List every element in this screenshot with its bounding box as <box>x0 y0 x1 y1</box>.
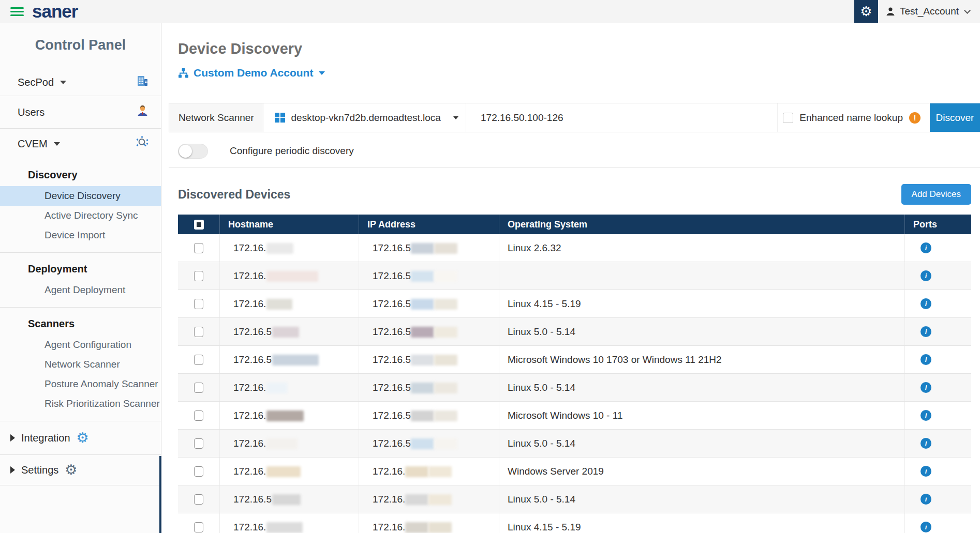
periodic-discovery-label: Configure periodic discovery <box>230 145 354 157</box>
ports-info-icon[interactable]: i <box>920 270 931 281</box>
scanner-select-dropdown[interactable]: desktop-vkn7d2b.demoadtest.local (... <box>263 103 466 132</box>
discover-button[interactable]: Discover <box>930 103 980 132</box>
hostname-value: 172.16. <box>233 382 266 393</box>
sidebar-item-agent-configuration[interactable]: Agent Configuration <box>0 335 161 355</box>
sidebar-item-settings[interactable]: Settings ⚙ <box>0 455 161 485</box>
redacted-hostname <box>266 299 292 310</box>
sidebar-item-users[interactable]: Users <box>0 96 161 128</box>
chevron-down-icon <box>964 7 971 14</box>
select-all-checkbox[interactable] <box>194 220 204 230</box>
topbar: saner ⚙ Test_Account <box>0 0 980 23</box>
ip-address-value: 172.16.5 <box>373 270 411 282</box>
table-row: 172.16. 172.16. Windows Server 2019 <box>178 458 971 485</box>
account-name: Test_Account <box>900 6 959 17</box>
user-icon <box>885 6 896 17</box>
redacted-hostname <box>266 438 298 449</box>
sidebar-item-network-scanner[interactable]: Network Scanner <box>0 355 161 374</box>
row-checkbox[interactable] <box>194 271 203 281</box>
operating-system-value: Linux 2.6.32 <box>508 242 561 254</box>
redacted-hostname <box>272 355 319 366</box>
section-header: Scanners <box>0 312 161 335</box>
periodic-discovery-toggle[interactable] <box>178 144 208 159</box>
ports-info-icon[interactable]: i <box>920 494 931 505</box>
ports-info-icon[interactable]: i <box>920 438 931 449</box>
ip-address-value: 172.16. <box>373 494 405 505</box>
warning-icon[interactable]: ! <box>909 112 920 124</box>
operating-system-value: Microsoft Windows 10 - 11 <box>508 410 622 421</box>
hostname-value: 172.16. <box>233 410 266 421</box>
redacted-ip <box>428 466 452 477</box>
ports-info-icon[interactable]: i <box>920 522 931 532</box>
sidebar-item-label: SecPod <box>18 77 54 88</box>
ports-info-icon[interactable]: i <box>920 410 931 421</box>
column-header-ip-address: IP Address <box>359 215 499 234</box>
row-checkbox[interactable] <box>194 355 203 365</box>
enhanced-lookup-label: Enhanced name lookup <box>799 112 903 124</box>
ports-info-icon[interactable]: i <box>920 382 931 393</box>
sidebar-item-cvem[interactable]: CVEM <box>0 129 161 159</box>
row-checkbox[interactable] <box>194 438 203 449</box>
redacted-ip <box>411 327 434 338</box>
ports-info-icon[interactable]: i <box>920 326 931 337</box>
ports-info-icon[interactable]: i <box>920 466 931 477</box>
ip-address-value: 172.16.5 <box>373 438 411 449</box>
sidebar-item-integration[interactable]: Integration ⚙ <box>0 421 161 454</box>
sidebar-item-active-directory-sync[interactable]: Active Directory Sync <box>0 206 161 225</box>
global-settings-button[interactable]: ⚙ <box>854 0 878 23</box>
row-checkbox[interactable] <box>194 466 203 477</box>
redacted-ip <box>434 410 457 421</box>
table-row: 172.16. 172.16. Linux 4.15 - 5.19 i <box>178 513 971 533</box>
redacted-ip <box>428 494 452 505</box>
windows-logo-icon <box>275 113 285 123</box>
gear-icon: ⚙ <box>860 4 872 20</box>
hostname-value: 172.16. <box>233 438 266 449</box>
hostname-value: 172.16. <box>233 242 266 254</box>
table-row: 172.16.5 172.16. Linux 5.0 - 5.14 i <box>178 485 971 513</box>
enhanced-lookup-checkbox[interactable] <box>783 113 793 123</box>
sidebar-item-risk-prioritization-scanner[interactable]: Risk Prioritization Scanner <box>0 394 161 414</box>
sidebar-item-device-import[interactable]: Device Import <box>0 225 161 245</box>
expand-arrow-icon <box>10 466 15 474</box>
redacted-ip <box>411 271 434 282</box>
section-header: Deployment <box>0 257 161 280</box>
redacted-ip <box>411 299 434 310</box>
sidebar-item-label: CVEM <box>18 138 48 150</box>
column-header-hostname: Hostname <box>220 215 359 234</box>
account-selector-label: Custom Demo Account <box>194 67 313 79</box>
table-header-row: Hostname IP Address Operating System Por… <box>178 215 971 234</box>
row-checkbox[interactable] <box>194 243 203 253</box>
row-checkbox[interactable] <box>194 327 203 337</box>
sidebar-item-secpod[interactable]: SecPod <box>0 69 161 96</box>
redacted-ip <box>405 466 428 477</box>
row-checkbox[interactable] <box>194 383 203 393</box>
account-menu[interactable]: Test_Account <box>878 6 980 17</box>
ip-address-value: 172.16.5 <box>373 354 411 366</box>
ip-address-value: 172.16.5 <box>373 410 411 421</box>
table-row: 172.16.5 172.16.5 Linux 5.0 - 5.14 <box>178 318 971 346</box>
ports-info-icon[interactable]: i <box>920 298 931 309</box>
redacted-ip <box>434 355 457 366</box>
app-logo: saner <box>32 1 78 22</box>
account-selector[interactable]: Custom Demo Account <box>178 67 980 79</box>
sidebar-section-deployment: Deployment Agent Deployment <box>0 253 161 307</box>
redacted-ip <box>411 355 434 366</box>
row-checkbox[interactable] <box>194 522 203 532</box>
sidebar-item-device-discovery[interactable]: Device Discovery <box>0 186 161 206</box>
table-row: 172.16. 172.16.5 i <box>178 262 971 290</box>
ip-range-input[interactable] <box>466 103 777 132</box>
discovery-scan-icon <box>135 135 150 153</box>
hostname-value: 172.16.5 <box>233 354 272 366</box>
ports-info-icon[interactable]: i <box>920 354 931 365</box>
sidebar: Control Panel SecPod <box>0 23 161 533</box>
row-checkbox[interactable] <box>194 299 203 309</box>
sidebar-title: Control Panel <box>0 23 161 69</box>
sidebar-item-agent-deployment[interactable]: Agent Deployment <box>0 280 161 300</box>
sidebar-item-posture-anomaly-scanner[interactable]: Posture Anomaly Scanner <box>0 374 161 394</box>
column-header-ports: Ports <box>905 215 971 234</box>
row-checkbox[interactable] <box>194 410 203 421</box>
hamburger-menu-icon[interactable] <box>10 5 24 18</box>
ports-info-icon[interactable]: i <box>920 242 931 253</box>
row-checkbox[interactable] <box>194 494 203 505</box>
add-devices-button[interactable]: Add Devices <box>901 184 971 205</box>
hostname-value: 172.16.5 <box>233 326 272 338</box>
